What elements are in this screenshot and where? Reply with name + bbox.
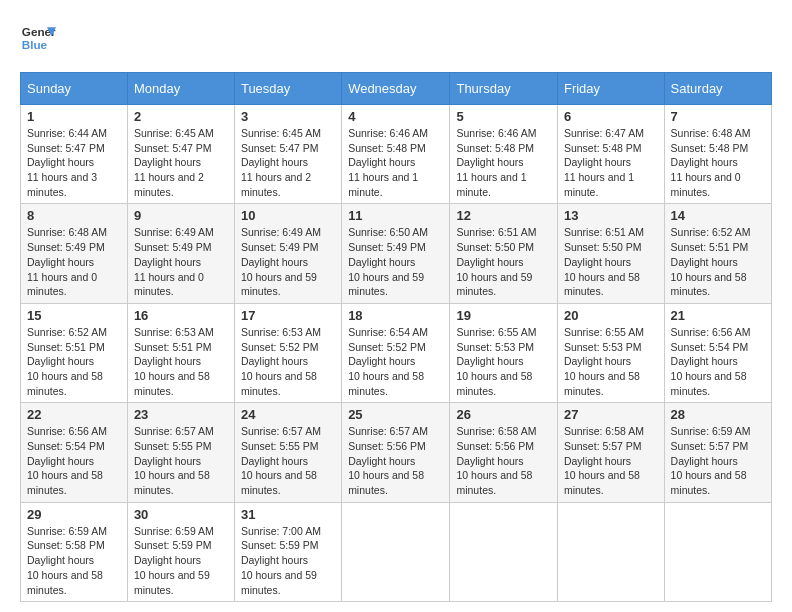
daylight-hours-label: Daylight hours [564, 156, 631, 168]
daylight-detail: 10 hours and 58 minutes. [27, 569, 103, 596]
sunrise-info: Sunrise: 6:45 AM [241, 127, 321, 139]
day-info: Sunrise: 6:59 AMSunset: 5:59 PMDaylight … [134, 524, 228, 597]
sunset-info: Sunset: 5:48 PM [564, 142, 642, 154]
sunrise-info: Sunrise: 6:52 AM [27, 326, 107, 338]
sunrise-info: Sunrise: 6:49 AM [134, 226, 214, 238]
day-number: 1 [27, 109, 121, 124]
day-number: 23 [134, 407, 228, 422]
sunrise-info: Sunrise: 6:50 AM [348, 226, 428, 238]
logo: General Blue [20, 20, 56, 56]
calendar-cell: 1Sunrise: 6:44 AMSunset: 5:47 PMDaylight… [21, 105, 128, 204]
sunrise-info: Sunrise: 6:53 AM [241, 326, 321, 338]
calendar-header-tuesday: Tuesday [234, 73, 341, 105]
day-info: Sunrise: 6:56 AMSunset: 5:54 PMDaylight … [671, 325, 765, 398]
calendar-cell: 25Sunrise: 6:57 AMSunset: 5:56 PMDayligh… [342, 403, 450, 502]
day-number: 20 [564, 308, 658, 323]
daylight-detail: 10 hours and 58 minutes. [564, 469, 640, 496]
day-info: Sunrise: 6:44 AMSunset: 5:47 PMDaylight … [27, 126, 121, 199]
sunrise-info: Sunrise: 6:45 AM [134, 127, 214, 139]
calendar-cell: 8Sunrise: 6:48 AMSunset: 5:49 PMDaylight… [21, 204, 128, 303]
sunrise-info: Sunrise: 6:51 AM [456, 226, 536, 238]
calendar-cell [342, 502, 450, 601]
day-number: 26 [456, 407, 550, 422]
sunset-info: Sunset: 5:51 PM [134, 341, 212, 353]
calendar-cell: 30Sunrise: 6:59 AMSunset: 5:59 PMDayligh… [127, 502, 234, 601]
daylight-detail: 10 hours and 58 minutes. [348, 370, 424, 397]
calendar-cell [450, 502, 557, 601]
sunrise-info: Sunrise: 6:57 AM [134, 425, 214, 437]
calendar-cell: 14Sunrise: 6:52 AMSunset: 5:51 PMDayligh… [664, 204, 771, 303]
sunrise-info: Sunrise: 6:46 AM [348, 127, 428, 139]
calendar-cell: 9Sunrise: 6:49 AMSunset: 5:49 PMDaylight… [127, 204, 234, 303]
daylight-hours-label: Daylight hours [564, 256, 631, 268]
sunset-info: Sunset: 5:55 PM [134, 440, 212, 452]
daylight-detail: 10 hours and 59 minutes. [456, 271, 532, 298]
sunrise-info: Sunrise: 6:59 AM [671, 425, 751, 437]
sunset-info: Sunset: 5:49 PM [134, 241, 212, 253]
calendar-cell [557, 502, 664, 601]
sunset-info: Sunset: 5:58 PM [27, 539, 105, 551]
sunrise-info: Sunrise: 6:56 AM [27, 425, 107, 437]
sunset-info: Sunset: 5:56 PM [456, 440, 534, 452]
sunset-info: Sunset: 5:53 PM [456, 341, 534, 353]
daylight-detail: 10 hours and 59 minutes. [134, 569, 210, 596]
daylight-hours-label: Daylight hours [27, 455, 94, 467]
sunrise-info: Sunrise: 7:00 AM [241, 525, 321, 537]
daylight-hours-label: Daylight hours [564, 455, 631, 467]
sunset-info: Sunset: 5:49 PM [27, 241, 105, 253]
daylight-detail: 10 hours and 58 minutes. [456, 469, 532, 496]
daylight-detail: 10 hours and 58 minutes. [348, 469, 424, 496]
sunset-info: Sunset: 5:57 PM [564, 440, 642, 452]
daylight-hours-label: Daylight hours [456, 355, 523, 367]
daylight-hours-label: Daylight hours [27, 156, 94, 168]
daylight-hours-label: Daylight hours [241, 355, 308, 367]
calendar-cell: 18Sunrise: 6:54 AMSunset: 5:52 PMDayligh… [342, 303, 450, 402]
daylight-detail: 10 hours and 58 minutes. [134, 370, 210, 397]
daylight-hours-label: Daylight hours [564, 355, 631, 367]
day-info: Sunrise: 6:51 AMSunset: 5:50 PMDaylight … [564, 225, 658, 298]
calendar-cell: 5Sunrise: 6:46 AMSunset: 5:48 PMDaylight… [450, 105, 557, 204]
daylight-hours-label: Daylight hours [241, 156, 308, 168]
sunrise-info: Sunrise: 6:58 AM [564, 425, 644, 437]
sunrise-info: Sunrise: 6:59 AM [27, 525, 107, 537]
daylight-detail: 11 hours and 3 minutes. [27, 171, 97, 198]
daylight-detail: 10 hours and 58 minutes. [134, 469, 210, 496]
sunset-info: Sunset: 5:59 PM [134, 539, 212, 551]
calendar-cell: 27Sunrise: 6:58 AMSunset: 5:57 PMDayligh… [557, 403, 664, 502]
sunrise-info: Sunrise: 6:59 AM [134, 525, 214, 537]
day-info: Sunrise: 6:57 AMSunset: 5:55 PMDaylight … [134, 424, 228, 497]
svg-text:Blue: Blue [22, 38, 48, 51]
sunset-info: Sunset: 5:47 PM [27, 142, 105, 154]
calendar-cell: 21Sunrise: 6:56 AMSunset: 5:54 PMDayligh… [664, 303, 771, 402]
day-info: Sunrise: 7:00 AMSunset: 5:59 PMDaylight … [241, 524, 335, 597]
day-info: Sunrise: 6:57 AMSunset: 5:56 PMDaylight … [348, 424, 443, 497]
daylight-hours-label: Daylight hours [134, 355, 201, 367]
calendar-cell: 29Sunrise: 6:59 AMSunset: 5:58 PMDayligh… [21, 502, 128, 601]
calendar-header-monday: Monday [127, 73, 234, 105]
sunset-info: Sunset: 5:52 PM [241, 341, 319, 353]
calendar-cell: 6Sunrise: 6:47 AMSunset: 5:48 PMDaylight… [557, 105, 664, 204]
daylight-hours-label: Daylight hours [348, 455, 415, 467]
sunrise-info: Sunrise: 6:44 AM [27, 127, 107, 139]
daylight-detail: 10 hours and 58 minutes. [671, 370, 747, 397]
day-number: 6 [564, 109, 658, 124]
sunrise-info: Sunrise: 6:58 AM [456, 425, 536, 437]
sunset-info: Sunset: 5:47 PM [241, 142, 319, 154]
day-info: Sunrise: 6:54 AMSunset: 5:52 PMDaylight … [348, 325, 443, 398]
daylight-hours-label: Daylight hours [671, 156, 738, 168]
sunrise-info: Sunrise: 6:46 AM [456, 127, 536, 139]
day-number: 27 [564, 407, 658, 422]
day-info: Sunrise: 6:52 AMSunset: 5:51 PMDaylight … [671, 225, 765, 298]
calendar-cell: 20Sunrise: 6:55 AMSunset: 5:53 PMDayligh… [557, 303, 664, 402]
day-info: Sunrise: 6:49 AMSunset: 5:49 PMDaylight … [241, 225, 335, 298]
sunset-info: Sunset: 5:52 PM [348, 341, 426, 353]
day-number: 24 [241, 407, 335, 422]
day-number: 17 [241, 308, 335, 323]
logo-icon: General Blue [20, 20, 56, 56]
day-number: 9 [134, 208, 228, 223]
sunrise-info: Sunrise: 6:53 AM [134, 326, 214, 338]
calendar-cell: 31Sunrise: 7:00 AMSunset: 5:59 PMDayligh… [234, 502, 341, 601]
sunrise-info: Sunrise: 6:47 AM [564, 127, 644, 139]
daylight-hours-label: Daylight hours [241, 256, 308, 268]
daylight-detail: 11 hours and 0 minutes. [134, 271, 204, 298]
